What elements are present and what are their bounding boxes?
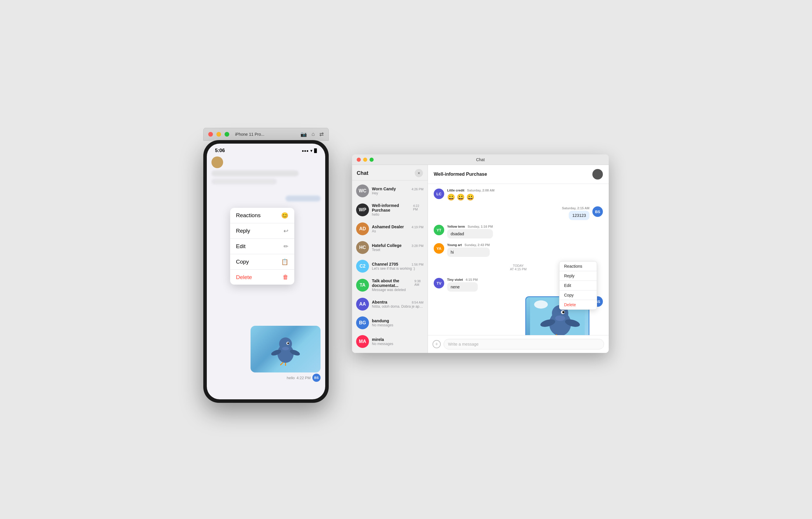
edit-label: Edit: [236, 243, 245, 250]
ctx-copy[interactable]: Copy 📋: [230, 254, 294, 270]
chat-preview: Ništa, odoh doma. Dobra je aplikacija...: [372, 304, 424, 308]
iphone-msg-footer: hello 4:22 PM BS: [287, 374, 321, 382]
mac-message-input[interactable]: Write a message: [444, 339, 604, 349]
mac-input-placeholder: Write a message: [448, 342, 478, 347]
msg-bubble-hi: hi: [447, 248, 490, 257]
iphone-frame: 5:06 ●●● ▾ ▉ Reactions: [203, 140, 329, 403]
chat-preview: No messages: [372, 342, 424, 346]
mac-context-menu: Reactions Reply Edit Copy Delete: [559, 261, 597, 310]
mac-add-button[interactable]: +: [433, 340, 441, 348]
mac-ctx-copy[interactable]: Copy: [559, 291, 597, 300]
mac-window-body: Chat × WCWorn Candy4:26 PMHeyWPWell-info…: [352, 165, 609, 353]
svg-point-6: [287, 343, 289, 344]
ctx-delete[interactable]: Delete 🗑: [230, 270, 294, 284]
msg-dsadad: YT Yellow term Sunday, 1:16 PM dsadad: [434, 225, 603, 239]
reply-label: Reply: [236, 228, 250, 234]
avatar-yellow-term: YT: [434, 225, 444, 235]
copy-icon: 📋: [281, 258, 288, 265]
iphone-statusbar: 5:06 ●●● ▾ ▉: [207, 144, 325, 154]
svg-point-9: [282, 347, 289, 350]
msg-sender-dsadad: Yellow term Sunday, 1:16 PM: [447, 225, 493, 228]
chat-avatar: C2: [356, 260, 369, 273]
msg-sender-nene: Tiny violet 4:15 PM: [447, 278, 478, 281]
sidebar-chat-item[interactable]: HCHateful College3:28 PMTeset: [352, 238, 428, 257]
battery-icon: ▉: [314, 148, 317, 153]
sidebar-chat-list[interactable]: WCWorn Candy4:26 PMHeyWPWell-informed Pu…: [352, 181, 428, 353]
chat-name: bandung: [372, 319, 389, 323]
msg-123123: BS Saturday, 2:15 AM 123123: [434, 207, 603, 220]
sidebar-chat-item[interactable]: IIImmaculate IceYesterday, 11:27 PM.: [352, 351, 428, 353]
sidebar-chat-item[interactable]: WCWorn Candy4:26 PMHey: [352, 182, 428, 200]
avatar-bs: BS: [592, 207, 603, 217]
reactions-icon: 😊: [281, 212, 288, 219]
home-icon[interactable]: ⌂: [312, 131, 315, 137]
msg-bubble-nene: nene: [447, 282, 478, 292]
sidebar-chat-item[interactable]: TATalk about the documentat...9:38 AMMes…: [352, 276, 428, 295]
rotate-icon[interactable]: ⇄: [319, 131, 324, 137]
sidebar-header: Chat ×: [352, 165, 428, 181]
chat-info: mirelaNo messages: [372, 337, 424, 346]
sidebar-chat-item[interactable]: MAmirelaNo messages: [352, 332, 428, 351]
iphone-image-message: hello 4:22 PM BS: [207, 326, 325, 382]
msg-content-123: Saturday, 2:15 AM 123123: [560, 207, 589, 220]
msg-bubble-dsadad: dsadad: [447, 229, 493, 239]
chat-avatar: TA: [356, 279, 369, 292]
mac-ctx-reply[interactable]: Reply: [559, 271, 597, 280]
mac-ctx-reactions[interactable]: Reactions: [559, 262, 597, 271]
chat-avatar: WC: [356, 185, 369, 197]
chat-name: Well-informed Purchase: [372, 203, 413, 213]
bird-svg: [268, 332, 303, 366]
sidebar-chat-item[interactable]: AAAbentra8:54 AMNišta, odoh doma. Dobra …: [352, 295, 428, 313]
svg-point-20: [562, 311, 565, 313]
mac-ctx-edit[interactable]: Edit: [559, 281, 597, 290]
mac-minimize-button[interactable]: [363, 158, 367, 162]
iphone-status-icons: ●●● ▾ ▉: [301, 148, 317, 153]
mac-chat-avatar: [592, 169, 603, 180]
blur-row-3: [286, 196, 321, 201]
sidebar-close-button[interactable]: ×: [415, 169, 423, 177]
iphone-screen: 5:06 ●●● ▾ ▉ Reactions: [207, 144, 325, 399]
avatar-little-credit: LC: [434, 189, 444, 199]
mac-ctx-delete[interactable]: Delete: [559, 300, 597, 309]
chat-name: Worn Candy: [372, 187, 396, 191]
msg-content-hi: Young art Sunday, 2:43 PM hi: [447, 243, 490, 257]
blur-row-2: [211, 179, 277, 185]
simulator-icons: 📷 ⌂ ⇄: [300, 131, 324, 137]
sidebar-chat-item[interactable]: BGbandungNo messages: [352, 313, 428, 332]
msg-hi: YA Young art Sunday, 2:43 PM hi: [434, 243, 603, 257]
msg-bubble-lc: 😀 😀 😀: [447, 193, 495, 202]
mac-close-button[interactable]: [357, 158, 361, 162]
chat-info: Abentra8:54 AMNišta, odoh doma. Dobra je…: [372, 300, 424, 308]
sidebar-chat-item[interactable]: WPWell-informed Purchase4:22 PMhello: [352, 200, 428, 219]
mac-sidebar: Chat × WCWorn Candy4:26 PMHeyWPWell-info…: [352, 165, 428, 353]
sim-dot-green[interactable]: [225, 132, 229, 137]
sim-dot-yellow[interactable]: [216, 132, 221, 137]
chat-name: Channel 2705: [372, 262, 398, 267]
chat-preview: As: [372, 229, 424, 233]
msg-bubble-123: 123123: [569, 211, 589, 220]
chat-avatar: MA: [356, 335, 369, 348]
mac-main-chat: Well-informed Purchase LC Little credit …: [428, 165, 609, 353]
svg-point-21: [555, 316, 565, 321]
ctx-reactions[interactable]: Reactions 😊: [230, 208, 294, 223]
sim-dot-red[interactable]: [208, 132, 213, 137]
mac-maximize-button[interactable]: [370, 158, 374, 162]
screenshot-icon[interactable]: 📷: [300, 131, 307, 137]
mac-titlebar: Chat: [352, 155, 609, 165]
sidebar-chat-item[interactable]: ADAshamed Dealer4:19 PMAs: [352, 219, 428, 238]
avatar-tiny-violet: TV: [434, 278, 444, 289]
sidebar-title: Chat: [357, 170, 368, 176]
chat-avatar: BG: [356, 317, 369, 329]
sidebar-chat-item[interactable]: C2Channel 27051:56 PMLet's see if that i…: [352, 257, 428, 276]
chat-avatar: AA: [356, 298, 369, 310]
mac-chat-title: Well-informed Purchase: [434, 172, 487, 177]
svg-line-7: [280, 362, 283, 365]
ctx-reply[interactable]: Reply ↩: [230, 223, 294, 239]
simulator-toolbar: iPhone 11 Pro... 📷 ⌂ ⇄: [203, 128, 329, 141]
avatar-young-art: YA: [434, 243, 444, 254]
mac-window: Chat Chat × WCWorn Candy4:26 PMHeyWPWell…: [352, 155, 609, 353]
ctx-edit[interactable]: Edit ✏: [230, 239, 294, 254]
chat-info: Channel 27051:56 PMLet's see if that is …: [372, 262, 424, 271]
chat-info: Talk about the documentat...9:38 AMMessa…: [372, 278, 424, 292]
chat-name: Ashamed Dealer: [372, 224, 404, 229]
